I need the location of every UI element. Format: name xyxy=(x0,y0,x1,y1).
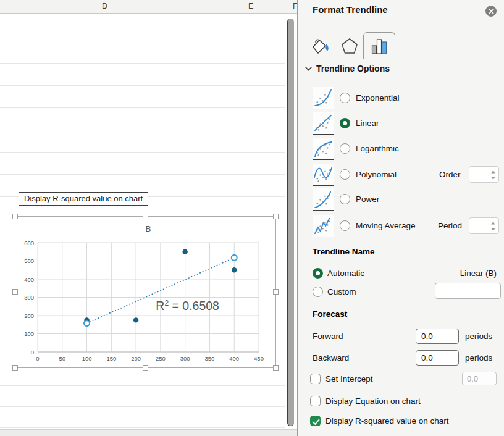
chart-resize-handle[interactable] xyxy=(12,289,18,295)
forward-periods-input[interactable] xyxy=(416,329,459,344)
section-title: Trendline Options xyxy=(316,64,390,73)
exponential-curve-icon xyxy=(313,87,334,109)
close-button[interactable] xyxy=(485,6,497,17)
forward-unit: periods xyxy=(465,332,492,341)
svg-text:0: 0 xyxy=(31,349,34,356)
chart-resize-handle[interactable] xyxy=(273,289,279,295)
option-label: Linear xyxy=(356,119,379,128)
svg-text:R2 = 0.6508: R2 = 0.6508 xyxy=(156,299,219,312)
automatic-label: Automatic xyxy=(327,269,364,278)
svg-text:200: 200 xyxy=(24,312,34,319)
chart-resize-handle[interactable] xyxy=(273,214,279,219)
order-label: Order xyxy=(439,170,461,179)
intercept-value-input[interactable] xyxy=(462,372,497,385)
trendline-type-logarithmic: Logarithmic xyxy=(298,136,504,161)
display-equation-checkbox[interactable] xyxy=(310,396,321,406)
period-label: Period xyxy=(438,221,462,230)
tab-fill-line[interactable] xyxy=(306,33,334,58)
power-curve-icon xyxy=(313,188,334,211)
chevron-down-icon xyxy=(305,67,312,71)
logarithmic-curve-icon xyxy=(313,138,334,160)
chart-resize-handle[interactable] xyxy=(143,214,148,219)
display-r-squared-checkbox[interactable] xyxy=(310,416,321,426)
display-r-squared-label: Display R-squared value on chart xyxy=(326,416,449,426)
radio-custom[interactable] xyxy=(313,287,323,297)
custom-name-input[interactable] xyxy=(435,283,501,299)
scrollbar-thumb[interactable] xyxy=(287,19,294,426)
linear-curve-icon xyxy=(313,112,334,135)
trendline-type-moving-average: Moving Average Period xyxy=(298,214,504,238)
trendline-name-automatic-row: Automatic Linear (B) xyxy=(298,266,504,281)
svg-text:300: 300 xyxy=(180,355,190,362)
chart-resize-handle[interactable] xyxy=(273,365,279,371)
chart-resize-handle[interactable] xyxy=(12,214,18,219)
panel-title: Format Trendline xyxy=(313,4,388,15)
svg-text:600: 600 xyxy=(24,240,34,246)
moving-average-curve-icon xyxy=(313,215,334,237)
tab-bar-divider xyxy=(298,59,504,59)
radio-automatic[interactable] xyxy=(313,268,323,279)
trendline-type-power: Power xyxy=(298,187,504,212)
trendline-type-linear: Linear xyxy=(298,111,504,136)
display-equation-label: Display Equation on chart xyxy=(326,396,421,406)
svg-text:400: 400 xyxy=(24,276,34,283)
column-header-row: D E F xyxy=(0,0,297,14)
period-stepper[interactable] xyxy=(469,217,499,234)
backward-label: Backward xyxy=(313,353,349,363)
radio-moving-average[interactable] xyxy=(340,220,350,231)
set-intercept-label: Set Intercept xyxy=(326,374,373,384)
svg-text:150: 150 xyxy=(106,355,116,362)
option-label: Logarithmic xyxy=(356,144,399,153)
trendline-type-exponential: Exponential xyxy=(298,86,504,111)
scatter-chart[interactable]: 0501001502002503003504004500100200300400… xyxy=(15,217,275,367)
custom-label: Custom xyxy=(327,287,356,296)
tooltip: Display R-squared value on chart xyxy=(19,192,148,206)
option-label: Power xyxy=(356,195,379,204)
vertical-scrollbar[interactable] xyxy=(285,0,297,429)
chart-resize-handle[interactable] xyxy=(143,365,148,371)
radio-linear[interactable] xyxy=(340,118,350,128)
svg-text:250: 250 xyxy=(156,355,166,362)
radio-polynomial[interactable] xyxy=(340,169,350,180)
display-r-squared-row: Display R-squared value on chart xyxy=(298,414,504,429)
radio-exponential[interactable] xyxy=(340,93,350,103)
stepper-arrows-icon[interactable] xyxy=(490,169,497,182)
tab-effects[interactable] xyxy=(336,33,363,58)
backward-unit: periods xyxy=(465,353,492,363)
chart-object[interactable]: 0501001502002503003504004500100200300400… xyxy=(15,216,276,368)
sheet-bottom-strip xyxy=(0,429,297,436)
tab-chart-options[interactable] xyxy=(363,32,395,59)
close-icon xyxy=(489,9,494,14)
column-header-d[interactable]: D xyxy=(102,2,107,10)
trendline-name-custom-row: Custom xyxy=(298,285,504,300)
trendline-options-section-header[interactable]: Trendline Options xyxy=(298,59,504,78)
option-label: Polynomial xyxy=(356,170,397,179)
column-header-e[interactable]: E xyxy=(248,2,253,10)
order-stepper[interactable] xyxy=(469,166,499,183)
sheet-gridlines-bottom xyxy=(0,365,285,429)
bar-chart-icon xyxy=(370,37,389,56)
svg-text:300: 300 xyxy=(24,294,34,301)
svg-text:400: 400 xyxy=(229,355,239,362)
svg-text:450: 450 xyxy=(254,355,264,362)
option-label: Exponential xyxy=(356,93,400,103)
paint-bucket-icon xyxy=(310,36,330,56)
forward-label: Forward xyxy=(313,332,343,341)
set-intercept-checkbox[interactable] xyxy=(310,374,321,384)
column-gridline xyxy=(2,14,2,429)
stepper-arrows-icon[interactable] xyxy=(490,220,497,233)
chart-resize-handle[interactable] xyxy=(12,365,18,371)
svg-text:B: B xyxy=(145,224,151,233)
excel-window: D E F Display R-squared value on chart 0… xyxy=(0,0,504,436)
radio-logarithmic[interactable] xyxy=(340,143,350,154)
spreadsheet[interactable]: D E F Display R-squared value on chart 0… xyxy=(0,0,297,436)
svg-text:100: 100 xyxy=(82,355,92,362)
set-intercept-row: Set Intercept xyxy=(298,372,504,387)
svg-text:0: 0 xyxy=(36,355,39,362)
trendline-name-heading: Trendline Name xyxy=(313,247,375,256)
radio-power[interactable] xyxy=(340,194,350,204)
automatic-value: Linear (B) xyxy=(460,269,497,278)
polynomial-curve-icon xyxy=(313,164,334,186)
backward-periods-input[interactable] xyxy=(416,350,459,366)
forecast-heading: Forecast xyxy=(313,309,347,319)
